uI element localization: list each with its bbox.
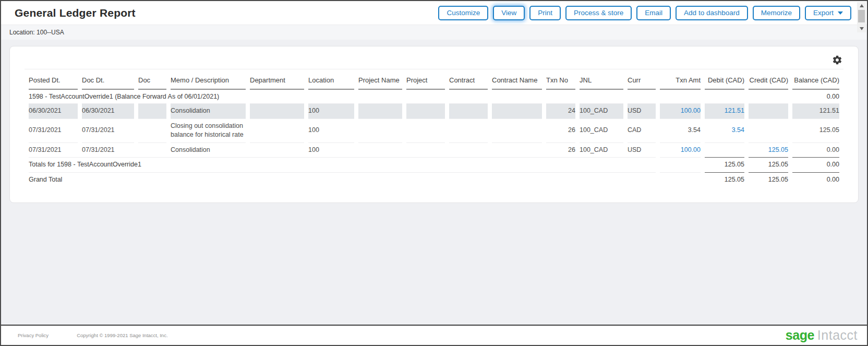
balance-cell: 121.51 (792, 103, 839, 118)
txn-no-cell: 24 (546, 103, 575, 118)
debit-link[interactable]: 121.51 (725, 107, 744, 114)
scrollbar-track[interactable] (857, 9, 866, 25)
jnl-cell: 100_CAD (580, 142, 623, 158)
jnl-cell: 100_CAD (580, 118, 623, 142)
arrow-up-icon (860, 4, 864, 7)
location-cell: 100 (308, 103, 354, 118)
balance-cell: 0.00 (792, 142, 839, 158)
col-header-department: Department (250, 70, 304, 90)
memo-cell: Closing out consolidation balance for hi… (171, 118, 246, 142)
contract-name-cell (492, 103, 542, 118)
export-button[interactable]: Export (805, 6, 851, 20)
view-button[interactable]: View (493, 6, 525, 20)
page-footer: Privacy Policy Copyright © 1999-2021 Sag… (1, 325, 867, 345)
credit-cell (749, 118, 788, 142)
account-group-header-row: 1598 - TestAccountOverride1 (Balance For… (29, 90, 839, 104)
col-header-posted-dt: Posted Dt. (29, 70, 78, 90)
contract-cell (449, 142, 488, 158)
doc-dt-cell: 07/31/2021 (82, 142, 134, 158)
table-header-row: Posted Dt. Doc Dt. Doc Memo / Descriptio… (29, 70, 839, 90)
page-title: General Ledger Report (15, 7, 136, 19)
col-header-location: Location (308, 70, 354, 90)
curr-cell: USD (628, 103, 656, 118)
project-cell (406, 142, 445, 158)
grand-total-txn-amt-cell (660, 172, 701, 187)
grand-total-debit: 125.05 (705, 172, 744, 187)
totals-credit: 125.05 (749, 157, 788, 172)
gear-icon (832, 55, 842, 65)
col-header-doc-dt: Doc Dt. (82, 70, 134, 90)
credit-cell (749, 103, 788, 118)
contract-cell (449, 118, 488, 142)
contract-name-cell (492, 142, 542, 158)
col-header-memo: Memo / Description (171, 70, 246, 90)
contract-name-cell (492, 118, 542, 142)
report-card: Posted Dt. Doc Dt. Doc Memo / Descriptio… (9, 46, 859, 203)
credit-link[interactable]: 125.05 (768, 146, 788, 153)
department-cell (250, 142, 304, 158)
general-ledger-report-screen: General Ledger Report Customize View Pri… (0, 0, 868, 346)
privacy-policy-link[interactable]: Privacy Policy (18, 332, 49, 338)
col-header-project-name: Project Name (358, 70, 402, 90)
txn-no-cell: 26 (546, 118, 575, 142)
col-header-curr: Curr (628, 70, 656, 90)
copyright-text: Copyright © 1999-2021 Sage Intacct, Inc. (77, 332, 167, 338)
customize-button[interactable]: Customize (438, 6, 488, 20)
txn-amt-link[interactable]: 100.00 (681, 146, 701, 153)
table-row: 06/30/2021 06/30/2021 Consolidation 100 … (29, 103, 839, 118)
print-button[interactable]: Print (529, 6, 561, 20)
col-header-debit: Debit (CAD) (705, 70, 744, 90)
location-filter-label: Location: 100--USA (9, 29, 64, 36)
scrollbar-up-button[interactable] (857, 2, 866, 9)
doc-cell (138, 103, 166, 118)
balance-cell: 125.05 (792, 118, 839, 142)
sage-logo-text: sage (786, 329, 814, 342)
col-header-doc: Doc (138, 70, 166, 90)
department-cell (250, 118, 304, 142)
vertical-scrollbar[interactable] (857, 2, 866, 32)
intacct-logo-text: Intacct (817, 329, 858, 342)
project-name-cell (358, 142, 402, 158)
jnl-cell: 100_CAD (580, 103, 623, 118)
general-ledger-table: Posted Dt. Doc Dt. Doc Memo / Descriptio… (25, 70, 843, 187)
location-cell: 100 (308, 118, 354, 142)
report-toolbar: Customize View Print Process & store Ema… (438, 6, 851, 20)
card-toolbar (25, 51, 843, 69)
col-header-txn-no: Txn No (546, 70, 575, 90)
txn-amt-cell: 3.54 (660, 118, 701, 142)
grand-total-label: Grand Total (29, 172, 656, 187)
account-totals-row: Totals for 1598 - TestAccountOverride1 1… (29, 157, 839, 172)
chevron-down-icon (838, 11, 843, 15)
scrollbar-thumb[interactable] (858, 10, 865, 22)
table-row: 07/31/2021 07/31/2021 Closing out consol… (29, 118, 839, 142)
settings-gear-button[interactable] (831, 54, 843, 66)
grand-total-credit: 125.05 (749, 172, 788, 187)
txn-no-cell: 26 (546, 142, 575, 158)
add-to-dashboard-button[interactable]: Add to dashboard (676, 6, 748, 20)
email-button[interactable]: Email (636, 6, 671, 20)
txn-amt-link[interactable]: 100.00 (681, 107, 701, 114)
col-header-contract-name: Contract Name (492, 70, 542, 90)
table-row: 07/31/2021 07/31/2021 Consolidation 100 … (29, 142, 839, 158)
posted-dt-cell: 06/30/2021 (29, 103, 78, 118)
contract-cell (449, 103, 488, 118)
project-name-cell (358, 118, 402, 142)
scrollbar-down-button[interactable] (857, 25, 866, 32)
curr-cell: USD (628, 142, 656, 158)
location-filter-bar: Location: 100--USA (1, 25, 867, 40)
totals-label: Totals for 1598 - TestAccountOverride1 (29, 157, 656, 172)
grand-total-row: Grand Total 125.05 125.05 0.00 (29, 172, 839, 187)
totals-balance: 0.00 (792, 157, 839, 172)
debit-cell (705, 142, 744, 158)
curr-cell: CAD (628, 118, 656, 142)
posted-dt-cell: 07/31/2021 (29, 118, 78, 142)
location-cell: 100 (308, 142, 354, 158)
balance-forward-value: 0.00 (792, 90, 839, 104)
memorize-button[interactable]: Memorize (753, 6, 800, 20)
project-name-cell (358, 103, 402, 118)
account-group-label: 1598 - TestAccountOverride1 (Balance For… (29, 90, 788, 104)
sage-intacct-logo: sage Intacct (786, 329, 858, 342)
doc-cell (138, 118, 166, 142)
debit-link[interactable]: 3.54 (732, 126, 744, 134)
process-and-store-button[interactable]: Process & store (565, 6, 632, 20)
